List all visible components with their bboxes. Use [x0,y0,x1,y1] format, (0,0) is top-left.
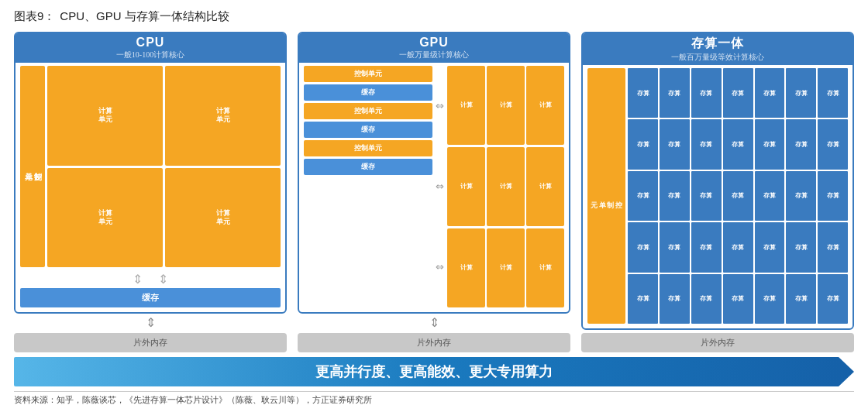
cim-cell-21: 存算 [818,171,848,221]
cim-cell-29: 存算 [628,274,658,324]
cpu-compute-2: 计算单元 [165,66,281,166]
cim-control-unit: 控制单元 [587,68,625,324]
cim-cell-34: 存算 [786,274,816,324]
cpu-arrow-2: ⇕ [158,272,168,287]
gpu-sub-label: 一般万量级计算核心 [299,50,569,60]
banner-text: 更高并行度、更高能效、更大专用算力 [315,364,553,379]
cim-cell-19: 存算 [755,171,785,221]
cim-cell-5: 存算 [755,68,785,118]
cim-cell-16: 存算 [660,171,690,221]
cim-cell-27: 存算 [786,222,816,272]
gpu-cell-3-2: 计算 [487,228,525,307]
cim-cell-15: 存算 [628,171,658,221]
gpu-control-1: 控制单元 [304,66,432,82]
cim-cell-20: 存算 [786,171,816,221]
cim-diagram: 存算一体 一般百万量级等效计算核心 控制单元 存算 存算 存算 存算 存算 存算… [581,32,854,352]
gpu-compute-row-3: 计算 计算 计算 [447,228,564,307]
gpu-main-label: GPU [299,36,569,50]
cpu-sub-label: 一般10-100计算核心 [16,50,285,60]
gpu-control-3: 控制单元 [304,140,432,156]
page: 图表9：CPU、GPU 与存算一体结构比较 CPU 一般10-100计算核心 控… [0,0,868,412]
cpu-header: CPU 一般10-100计算核心 [16,33,285,63]
gpu-right-stack: 计算 计算 计算 计算 计算 计算 计算 计算 [447,66,564,307]
chart-title-text: CPU、GPU 与存算一体结构比较 [60,9,229,22]
gpu-control-2: 控制单元 [304,103,432,119]
gpu-cell-1-3: 计算 [526,66,564,145]
cim-cell-24: 存算 [691,222,722,272]
cpu-down-arrow: ⇕ [146,315,156,330]
gpu-arrow-2: ⇔ [436,180,444,193]
gpu-cell-1-2: 计算 [487,66,525,145]
cim-cell-7: 存算 [818,68,848,118]
cim-cell-14: 存算 [818,119,848,169]
cim-cell-26: 存算 [755,222,785,272]
gpu-cell-2-2: 计算 [487,147,525,226]
cim-cell-3: 存算 [691,68,722,118]
cpu-arrow-1: ⇕ [133,272,143,287]
cim-cell-9: 存算 [660,119,690,169]
gpu-box: GPU 一般万量级计算核心 控制单元 缓存 控制单元 缓存 控制单元 缓存 [298,32,570,314]
gpu-cache-1: 缓存 [304,84,432,101]
cpu-box: CPU 一般10-100计算核心 控制单元 计算单元 计算单元 计算单元 计算单… [14,32,287,314]
gpu-compute-row-2: 计算 计算 计算 [447,147,564,226]
cim-header: 存算一体 一般百万量级等效计算核心 [583,33,852,65]
diagrams-row: CPU 一般10-100计算核心 控制单元 计算单元 计算单元 计算单元 计算单… [14,32,854,352]
gpu-header: GPU 一般万量级计算核心 [299,33,569,63]
cim-cell-12: 存算 [755,119,785,169]
gpu-cache-3: 缓存 [304,159,432,175]
cim-cell-31: 存算 [691,274,722,324]
cim-cell-10: 存算 [691,119,722,169]
cim-cell-23: 存算 [660,222,690,272]
cim-main-label: 存算一体 [583,36,852,52]
cim-cell-8: 存算 [628,119,658,169]
gpu-arrow-3: ⇔ [436,261,444,273]
cpu-compute-3: 计算单元 [47,168,163,268]
gpu-cell-3-1: 计算 [447,228,485,307]
gpu-cell-2-3: 计算 [526,147,564,226]
source-line: 资料来源：知乎，陈薇谈芯，《先进存算一体芯片设计》（陈薇、耿云川等），方正证券研… [14,391,854,406]
gpu-cell-1-1: 计算 [447,66,485,145]
cpu-main-label: CPU [16,36,285,50]
gpu-internals: 控制单元 缓存 控制单元 缓存 控制单元 缓存 ⇔ ⇔ ⇔ [304,66,564,307]
cim-cell-33: 存算 [755,274,785,324]
cim-cell-6: 存算 [786,68,816,118]
cim-internals: 控制单元 存算 存算 存算 存算 存算 存算 存算 存算 存算 存算 存算 存算 [587,68,848,324]
cim-cell-25: 存算 [723,222,753,272]
gpu-down-arrow: ⇕ [429,315,439,330]
gpu-cell-2-1: 计算 [447,147,485,226]
gpu-cache-2: 缓存 [304,122,432,138]
cim-cell-4: 存算 [723,68,753,118]
cim-cell-1: 存算 [628,68,658,118]
cim-external-mem: 片外内存 [581,333,854,352]
cpu-external-mem: 片外内存 [14,333,287,352]
chart-title: 图表9：CPU、GPU 与存算一体结构比较 [14,9,854,24]
cim-cell-2: 存算 [660,68,690,118]
arrow-banner: 更高并行度、更高能效、更大专用算力 [14,357,854,386]
cim-cell-32: 存算 [723,274,753,324]
gpu-cell-3-3: 计算 [526,228,564,307]
cpu-compute-1: 计算单元 [47,66,163,166]
gpu-external-mem: 片外内存 [298,333,570,352]
cpu-compute-4: 计算单元 [165,168,281,268]
cim-cell-11: 存算 [723,119,753,169]
cim-cell-35: 存算 [818,274,848,324]
cim-cell-18: 存算 [723,171,753,221]
cim-sub-label: 一般百万量级等效计算核心 [583,52,852,63]
cpu-diagram: CPU 一般10-100计算核心 控制单元 计算单元 计算单元 计算单元 计算单… [14,32,287,352]
gpu-compute-row-1: 计算 计算 计算 [447,66,564,145]
cim-grid: 存算 存算 存算 存算 存算 存算 存算 存算 存算 存算 存算 存算 存算 存… [628,68,848,324]
gpu-middle-arrows: ⇔ ⇔ ⇔ [435,66,445,307]
cpu-control-unit: 控制单元 [20,66,45,267]
cim-cell-13: 存算 [786,119,816,169]
gpu-arrow-1: ⇔ [436,100,444,112]
gpu-left-stack: 控制单元 缓存 控制单元 缓存 控制单元 缓存 [304,66,432,307]
cpu-compute-grid: 计算单元 计算单元 计算单元 计算单元 [47,66,281,267]
chart-title-prefix: 图表9： [14,9,55,22]
cim-cell-22: 存算 [628,222,658,272]
cim-box: 存算一体 一般百万量级等效计算核心 控制单元 存算 存算 存算 存算 存算 存算… [581,32,854,330]
cim-cell-30: 存算 [660,274,690,324]
cim-cell-28: 存算 [818,222,848,272]
cpu-arrows: ⇕ ⇕ [20,272,281,287]
cpu-cache: 缓存 [20,288,281,307]
cpu-internals: 控制单元 计算单元 计算单元 计算单元 计算单元 [20,66,281,267]
